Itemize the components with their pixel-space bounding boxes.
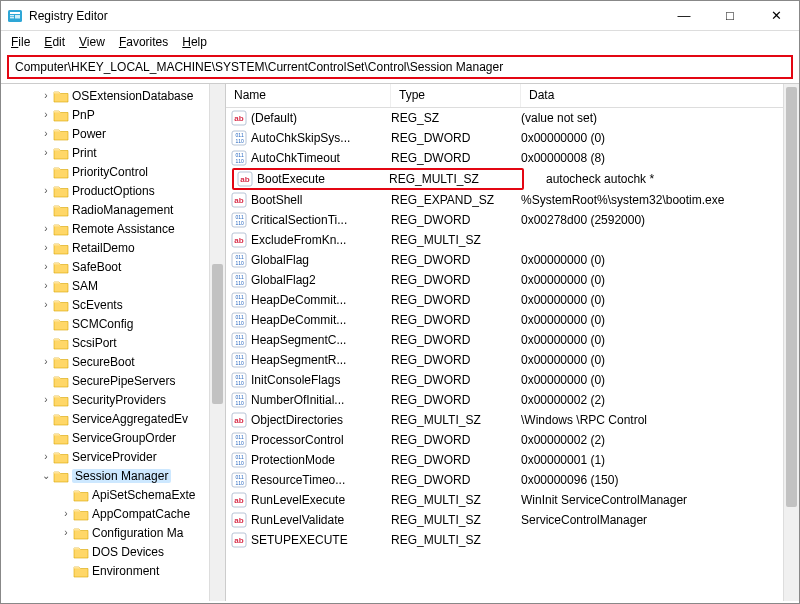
chevron-right-icon[interactable]: › [39, 241, 53, 255]
value-row[interactable]: CriticalSectionTi...REG_DWORD0x00278d00 … [226, 210, 799, 230]
tree-item-label: Remote Assistance [72, 222, 175, 236]
value-row[interactable]: BootShellREG_EXPAND_SZ%SystemRoot%\syste… [226, 190, 799, 210]
window-title: Registry Editor [29, 9, 108, 23]
value-type: REG_DWORD [391, 373, 521, 387]
chevron-right-icon[interactable]: › [39, 108, 53, 122]
column-name[interactable]: Name [226, 84, 391, 107]
value-row[interactable]: HeapSegmentC...REG_DWORD0x00000000 (0) [226, 330, 799, 350]
value-row[interactable]: RunLevelValidateREG_MULTI_SZServiceContr… [226, 510, 799, 530]
chevron-right-icon[interactable]: › [39, 89, 53, 103]
tree-item[interactable]: RadioManagement [1, 200, 225, 219]
value-row[interactable]: ObjectDirectoriesREG_MULTI_SZ\Windows \R… [226, 410, 799, 430]
reg-binary-icon [231, 352, 247, 368]
value-data: 0x00000008 (8) [521, 151, 794, 165]
menu-help[interactable]: Help [182, 35, 207, 49]
folder-icon [53, 374, 69, 388]
list-scrollbar[interactable] [783, 84, 799, 601]
value-data: 0x00000096 (150) [521, 473, 794, 487]
chevron-right-icon[interactable]: › [39, 450, 53, 464]
tree-item[interactable]: ServiceAggregatedEv [1, 409, 225, 428]
value-name: RunLevelExecute [251, 493, 391, 507]
tree-item-label: RetailDemo [72, 241, 135, 255]
tree-item[interactable]: ›ServiceProvider [1, 447, 225, 466]
tree-item-label: SecurePipeServers [72, 374, 175, 388]
chevron-right-icon[interactable]: › [39, 393, 53, 407]
chevron-right-icon[interactable]: › [39, 355, 53, 369]
value-row[interactable]: (Default)REG_SZ(value not set) [226, 108, 799, 128]
chevron-right-icon[interactable]: › [39, 279, 53, 293]
tree-item[interactable]: ›ScEvents [1, 295, 225, 314]
menu-edit[interactable]: Edit [44, 35, 65, 49]
reg-binary-icon [231, 372, 247, 388]
chevron-right-icon[interactable]: › [39, 146, 53, 160]
tree-pane[interactable]: ›OSExtensionDatabase›PnP›Power›PrintPrio… [1, 84, 226, 601]
reg-string-icon [231, 412, 247, 428]
tree-item[interactable]: ›Remote Assistance [1, 219, 225, 238]
tree-item[interactable]: ›AppCompatCache [1, 504, 225, 523]
values-pane[interactable]: Name Type Data (Default)REG_SZ(value not… [226, 84, 799, 601]
tree-item[interactable]: ›PnP [1, 105, 225, 124]
value-row[interactable]: GlobalFlag2REG_DWORD0x00000000 (0) [226, 270, 799, 290]
tree-item[interactable]: ›SecurityProviders [1, 390, 225, 409]
tree-item[interactable]: ›ProductOptions [1, 181, 225, 200]
chevron-right-icon[interactable]: › [39, 222, 53, 236]
value-row[interactable]: RunLevelExecuteREG_MULTI_SZWinInit Servi… [226, 490, 799, 510]
menu-file[interactable]: File [11, 35, 30, 49]
tree-item[interactable]: ApiSetSchemaExte [1, 485, 225, 504]
maximize-button[interactable]: □ [707, 1, 753, 30]
value-row[interactable]: ProcessorControlREG_DWORD0x00000002 (2) [226, 430, 799, 450]
tree-item[interactable]: ›SafeBoot [1, 257, 225, 276]
tree-item[interactable]: ›Configuration Ma [1, 523, 225, 542]
address-bar[interactable]: Computer\HKEY_LOCAL_MACHINE\SYSTEM\Curre… [7, 55, 793, 79]
value-name: HeapSegmentC... [251, 333, 391, 347]
chevron-right-icon[interactable]: › [59, 526, 73, 540]
column-header[interactable]: Name Type Data [226, 84, 799, 108]
column-data[interactable]: Data [521, 84, 799, 107]
tree-item[interactable]: ›SAM [1, 276, 225, 295]
minimize-button[interactable]: — [661, 1, 707, 30]
tree-item[interactable]: ScsiPort [1, 333, 225, 352]
tree-item[interactable]: ⌄Session Manager [1, 466, 225, 485]
tree-item[interactable]: ›RetailDemo [1, 238, 225, 257]
value-row[interactable]: SETUPEXECUTEREG_MULTI_SZ [226, 530, 799, 550]
close-button[interactable]: ✕ [753, 1, 799, 30]
value-type: REG_SZ [391, 111, 521, 125]
value-row[interactable]: NumberOfInitial...REG_DWORD0x00000002 (2… [226, 390, 799, 410]
value-row[interactable]: GlobalFlagREG_DWORD0x00000000 (0) [226, 250, 799, 270]
menu-view[interactable]: View [79, 35, 105, 49]
chevron-down-icon[interactable]: ⌄ [39, 469, 53, 483]
value-data: 0x00000000 (0) [521, 373, 794, 387]
menu-favorites[interactable]: Favorites [119, 35, 168, 49]
chevron-right-icon[interactable]: › [39, 260, 53, 274]
tree-item[interactable]: ›SecureBoot [1, 352, 225, 371]
tree-item[interactable]: ›Print [1, 143, 225, 162]
value-row[interactable]: AutoChkSkipSys...REG_DWORD0x00000000 (0) [226, 128, 799, 148]
value-row[interactable]: ProtectionModeREG_DWORD0x00000001 (1) [226, 450, 799, 470]
tree-item[interactable]: DOS Devices [1, 542, 225, 561]
column-type[interactable]: Type [391, 84, 521, 107]
value-row[interactable]: BootExecuteREG_MULTI_SZ [232, 168, 524, 190]
folder-icon [53, 431, 69, 445]
value-row[interactable]: ResourceTimeo...REG_DWORD0x00000096 (150… [226, 470, 799, 490]
value-row[interactable]: HeapDeCommit...REG_DWORD0x00000000 (0) [226, 290, 799, 310]
value-row[interactable]: HeapDeCommit...REG_DWORD0x00000000 (0) [226, 310, 799, 330]
tree-item[interactable]: SCMConfig [1, 314, 225, 333]
value-data: 0x00000000 (0) [521, 333, 794, 347]
value-row[interactable]: InitConsoleFlagsREG_DWORD0x00000000 (0) [226, 370, 799, 390]
value-row[interactable]: HeapSegmentR...REG_DWORD0x00000000 (0) [226, 350, 799, 370]
chevron-right-icon[interactable]: › [59, 507, 73, 521]
value-row[interactable]: AutoChkTimeoutREG_DWORD0x00000008 (8) [226, 148, 799, 168]
value-row[interactable]: ExcludeFromKn...REG_MULTI_SZ [226, 230, 799, 250]
tree-item[interactable]: SecurePipeServers [1, 371, 225, 390]
chevron-right-icon[interactable]: › [39, 298, 53, 312]
chevron-right-icon[interactable]: › [39, 184, 53, 198]
tree-item-label: PriorityControl [72, 165, 148, 179]
tree-item[interactable]: ServiceGroupOrder [1, 428, 225, 447]
value-type: REG_EXPAND_SZ [391, 193, 521, 207]
tree-scrollbar[interactable] [209, 84, 225, 601]
tree-item[interactable]: ›OSExtensionDatabase [1, 86, 225, 105]
chevron-right-icon[interactable]: › [39, 127, 53, 141]
tree-item[interactable]: PriorityControl [1, 162, 225, 181]
tree-item[interactable]: Environment [1, 561, 225, 580]
tree-item[interactable]: ›Power [1, 124, 225, 143]
